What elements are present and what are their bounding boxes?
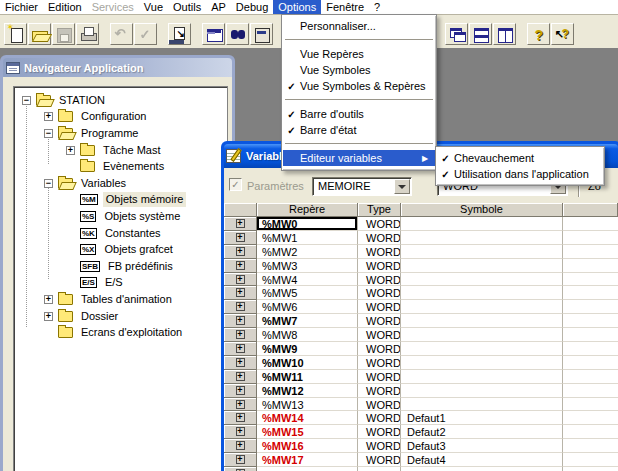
cell-symbole[interactable] xyxy=(401,245,563,259)
cell-type[interactable]: WORD xyxy=(358,217,401,231)
header-repere[interactable]: Repère xyxy=(257,203,358,217)
row-expand-button[interactable] xyxy=(224,286,257,300)
tree-item-constantes[interactable]: %K Constantes xyxy=(14,225,227,242)
row-expand-button[interactable] xyxy=(224,467,257,471)
cell-extra[interactable] xyxy=(563,342,618,356)
cell-repere[interactable]: %MW16 xyxy=(257,439,358,453)
cell-type[interactable]: WORD xyxy=(358,286,401,300)
tree-item-configuration[interactable]: Configuration xyxy=(14,109,227,126)
cell-symbole[interactable] xyxy=(401,370,563,384)
tree-expander-icon[interactable] xyxy=(44,328,53,337)
tile-vertical-icon[interactable] xyxy=(493,23,516,45)
context-help-icon[interactable] xyxy=(551,23,574,45)
cell-symbole[interactable]: Defaut1 xyxy=(401,411,563,425)
cell-symbole[interactable] xyxy=(401,356,563,370)
submenu-item-chevauchement[interactable]: Chevauchement xyxy=(437,150,603,166)
menubar-item-edition[interactable]: Edition xyxy=(43,0,87,14)
cell-extra[interactable] xyxy=(563,314,618,328)
cell-symbole[interactable] xyxy=(401,231,563,245)
row-expand-button[interactable] xyxy=(224,411,257,425)
cell-type[interactable] xyxy=(358,467,401,471)
cell-repere[interactable]: %MW13 xyxy=(257,398,358,412)
menubar-item-help[interactable]: ? xyxy=(369,0,385,14)
cell-symbole[interactable] xyxy=(401,314,563,328)
tree-expander-icon[interactable] xyxy=(66,162,75,171)
cell-symbole[interactable] xyxy=(401,328,563,342)
cell-symbole[interactable]: Defaut3 xyxy=(401,439,563,453)
tree-expander-icon[interactable] xyxy=(66,245,75,254)
cell-repere[interactable]: %MW0 xyxy=(257,217,358,231)
library-window-icon[interactable] xyxy=(202,23,225,45)
header-type[interactable]: Type xyxy=(358,203,401,217)
row-expand-button[interactable] xyxy=(224,259,257,273)
cell-type[interactable]: WORD xyxy=(358,439,401,453)
cell-extra[interactable] xyxy=(563,398,618,412)
save-icon[interactable] xyxy=(52,23,75,45)
tree-expander-icon[interactable] xyxy=(66,212,75,221)
cell-extra[interactable] xyxy=(563,467,618,471)
cell-symbole[interactable]: Defaut2 xyxy=(401,425,563,439)
tree-item-es[interactable]: E/S E/S xyxy=(14,275,227,292)
row-expand-button[interactable] xyxy=(224,245,257,259)
cell-extra[interactable] xyxy=(563,245,618,259)
menu-item-barre-outils[interactable]: Barre d'outils ▶ xyxy=(283,106,435,122)
cell-extra[interactable] xyxy=(563,259,618,273)
row-expand-button[interactable] xyxy=(224,273,257,287)
menu-separator[interactable]: ▶ xyxy=(285,39,433,41)
row-expand-button[interactable] xyxy=(224,300,257,314)
menu-item-vue-reperes[interactable]: Vue Repères ▶ xyxy=(283,46,435,62)
import-icon[interactable] xyxy=(168,23,191,45)
cell-type[interactable]: WORD xyxy=(358,411,401,425)
tree-expander-icon[interactable] xyxy=(66,146,75,155)
cell-extra[interactable] xyxy=(563,286,618,300)
cell-repere[interactable] xyxy=(257,467,358,471)
cell-symbole[interactable] xyxy=(401,300,563,314)
row-expand-button[interactable] xyxy=(224,314,257,328)
menu-separator[interactable]: ▶ xyxy=(285,143,433,145)
menubar-item-outils[interactable]: Outils xyxy=(168,0,206,14)
cell-repere[interactable]: %MW4 xyxy=(257,273,358,287)
cell-repere[interactable]: %MW6 xyxy=(257,300,358,314)
header-symbole[interactable]: Symbole xyxy=(401,203,563,217)
cell-extra[interactable] xyxy=(563,453,618,467)
undo-icon[interactable] xyxy=(110,23,133,45)
cell-type[interactable]: WORD xyxy=(358,245,401,259)
cell-repere[interactable]: %MW3 xyxy=(257,259,358,273)
cell-symbole[interactable] xyxy=(401,273,563,287)
tree-item-tache-mast[interactable]: Tâche Mast xyxy=(14,142,227,159)
tree-item-fb-predefinis[interactable]: SFB FB prédéfinis xyxy=(14,258,227,275)
cell-type[interactable]: WORD xyxy=(358,425,401,439)
new-document-icon[interactable] xyxy=(4,23,27,45)
menubar-item-ap[interactable]: AP xyxy=(206,0,231,14)
cell-symbole[interactable] xyxy=(401,467,563,471)
cell-type[interactable]: WORD xyxy=(358,398,401,412)
cell-repere[interactable]: %MW10 xyxy=(257,356,358,370)
cell-type[interactable]: WORD xyxy=(358,259,401,273)
cell-extra[interactable] xyxy=(563,231,618,245)
menubar-item-vue[interactable]: Vue xyxy=(139,0,168,14)
tree-item-evenements[interactable]: Evènements xyxy=(14,158,227,175)
toolbar-gap[interactable] xyxy=(192,23,201,45)
row-expand-button[interactable] xyxy=(224,370,257,384)
cell-repere[interactable]: %MW14 xyxy=(257,411,358,425)
cell-type[interactable]: WORD xyxy=(358,342,401,356)
toolbar-gap[interactable] xyxy=(158,23,167,45)
tree-expander-icon[interactable] xyxy=(66,229,75,238)
chevron-down-icon[interactable] xyxy=(394,179,410,194)
cell-symbole[interactable]: Defaut4 xyxy=(401,453,563,467)
menu-item-barre-etat[interactable]: Barre d'état ▶ xyxy=(283,122,435,138)
cell-repere[interactable]: %MW2 xyxy=(257,245,358,259)
cell-type[interactable]: WORD xyxy=(358,300,401,314)
tree-item-station[interactable]: STATION xyxy=(14,92,227,109)
cell-extra[interactable] xyxy=(563,217,618,231)
row-expand-button[interactable] xyxy=(224,328,257,342)
cell-type[interactable]: WORD xyxy=(358,273,401,287)
cell-extra[interactable] xyxy=(563,439,618,453)
row-expand-button[interactable] xyxy=(224,217,257,231)
cell-type[interactable]: WORD xyxy=(358,314,401,328)
help-icon[interactable] xyxy=(527,23,550,45)
row-expand-button[interactable] xyxy=(224,342,257,356)
open-folder-icon[interactable] xyxy=(28,23,51,45)
cell-symbole[interactable] xyxy=(401,398,563,412)
cell-type[interactable]: WORD xyxy=(358,356,401,370)
